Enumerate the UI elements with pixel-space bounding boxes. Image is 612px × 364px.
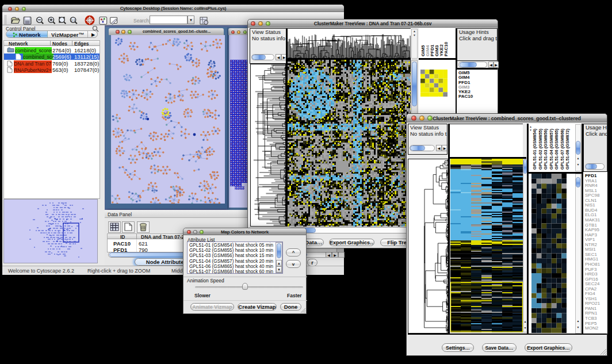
svg-text:1:1: 1:1 [71, 18, 75, 22]
